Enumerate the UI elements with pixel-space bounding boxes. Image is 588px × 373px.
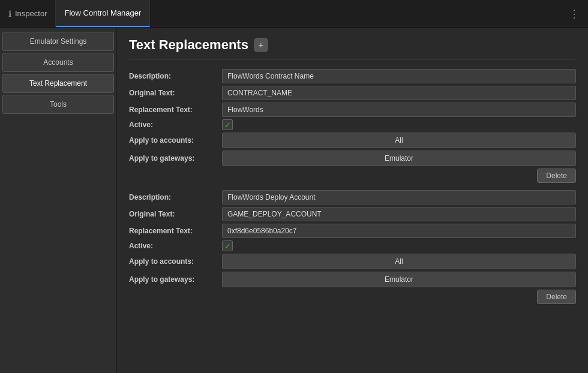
active-checkbox-2[interactable]: ✓	[222, 240, 233, 251]
info-icon: ℹ	[8, 9, 11, 19]
description-row-2: Description: FlowWords Deploy Account	[129, 190, 576, 204]
sidebar-item-tools[interactable]: Tools	[2, 95, 114, 114]
description-label-2: Description:	[129, 193, 222, 201]
tab-inspector[interactable]: ℹ Inspector	[0, 0, 56, 27]
apply-accounts-row-2: Apply to accounts: All	[129, 254, 576, 269]
original-text-label-1: Original Text:	[129, 89, 222, 97]
original-text-value-1[interactable]: CONTRACT_NAME	[222, 86, 576, 100]
original-text-value-2[interactable]: GAME_DEPLOY_ACCOUNT	[222, 207, 576, 221]
original-text-row-1: Original Text: CONTRACT_NAME	[129, 86, 576, 100]
sidebar-item-text-replacement[interactable]: Text Replacement	[2, 74, 114, 93]
header-divider	[129, 59, 576, 59]
apply-gateways-row-1: Apply to gateways: Emulator	[129, 151, 576, 166]
delete-row-1: Delete	[129, 169, 576, 183]
description-label-1: Description:	[129, 72, 222, 80]
content-area: Text Replacements + Description: FlowWor…	[117, 28, 588, 373]
text-replacement-entry-2: Description: FlowWords Deploy Account Or…	[129, 190, 576, 304]
original-text-label-2: Original Text:	[129, 210, 222, 218]
replacement-text-row-1: Replacement Text: FlowWords	[129, 103, 576, 117]
active-checkbox-1[interactable]: ✓	[222, 119, 233, 130]
apply-gateways-dropdown-2[interactable]: Emulator	[222, 272, 576, 287]
delete-button-2[interactable]: Delete	[537, 290, 576, 304]
replacement-text-value-1[interactable]: FlowWords	[222, 103, 576, 117]
apply-accounts-row-1: Apply to accounts: All	[129, 133, 576, 148]
tab-flow-control-manager-label: Flow Control Manager	[64, 8, 141, 17]
page-title: Text Replacements	[129, 37, 248, 53]
sidebar-item-emulator-settings[interactable]: Emulator Settings	[2, 32, 114, 51]
sidebar-item-accounts[interactable]: Accounts	[2, 53, 114, 72]
description-value-1[interactable]: FlowWords Contract Name	[222, 69, 576, 83]
sidebar: Emulator Settings Accounts Text Replacem…	[0, 28, 117, 373]
apply-gateways-label-2: Apply to gateways:	[129, 275, 222, 284]
apply-gateways-dropdown-1[interactable]: Emulator	[222, 151, 576, 166]
active-label-1: Active:	[129, 121, 222, 129]
replacement-text-row-2: Replacement Text: 0xf8d6e0586b0a20c7	[129, 224, 576, 238]
description-value-2[interactable]: FlowWords Deploy Account	[222, 190, 576, 204]
add-button[interactable]: +	[254, 38, 268, 52]
apply-accounts-label-2: Apply to accounts:	[129, 257, 222, 266]
replacement-text-label-1: Replacement Text:	[129, 106, 222, 114]
description-row-1: Description: FlowWords Contract Name	[129, 69, 576, 83]
apply-gateways-row-2: Apply to gateways: Emulator	[129, 272, 576, 287]
replacement-text-label-2: Replacement Text:	[129, 227, 222, 235]
active-row-2: Active: ✓	[129, 240, 576, 251]
more-menu-button[interactable]: ⋮	[560, 0, 588, 27]
apply-accounts-dropdown-2[interactable]: All	[222, 254, 576, 269]
delete-button-1[interactable]: Delete	[537, 169, 576, 183]
main-layout: Emulator Settings Accounts Text Replacem…	[0, 28, 588, 373]
more-icon: ⋮	[569, 7, 580, 20]
original-text-row-2: Original Text: GAME_DEPLOY_ACCOUNT	[129, 207, 576, 221]
content-header: Text Replacements +	[129, 37, 576, 53]
active-label-2: Active:	[129, 242, 222, 250]
active-row-1: Active: ✓	[129, 119, 576, 130]
delete-row-2: Delete	[129, 290, 576, 304]
apply-accounts-label-1: Apply to accounts:	[129, 136, 222, 145]
tab-inspector-label: Inspector	[15, 9, 47, 18]
text-replacement-entry-1: Description: FlowWords Contract Name Ori…	[129, 69, 576, 183]
apply-accounts-dropdown-1[interactable]: All	[222, 133, 576, 148]
tab-flow-control-manager[interactable]: Flow Control Manager	[56, 0, 150, 27]
tab-bar: ℹ Inspector Flow Control Manager ⋮	[0, 0, 588, 28]
apply-gateways-label-1: Apply to gateways:	[129, 154, 222, 163]
replacement-text-value-2[interactable]: 0xf8d6e0586b0a20c7	[222, 224, 576, 238]
